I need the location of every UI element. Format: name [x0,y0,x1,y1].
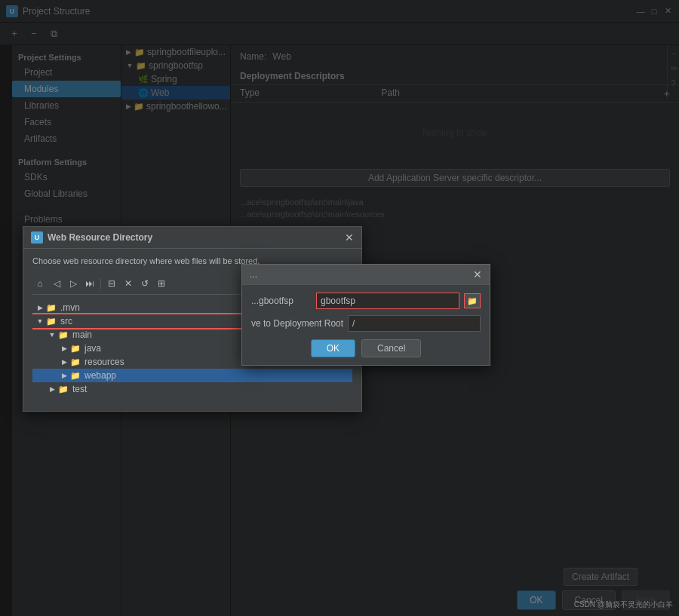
folder-browse-button[interactable]: 📁 [464,293,481,308]
tree-item-test[interactable]: ▶ 📁 test [32,382,352,396]
inner-dialog-title-text: ... [250,269,257,280]
tree-item-webapp[interactable]: ▶ 📁 webapp [32,369,352,382]
inner-relative-input[interactable] [348,315,481,332]
tree-label: java [84,343,101,354]
tree-label: resources [84,357,124,367]
inner-relative-row: ve to Deployment Root [251,315,481,332]
inner-dialog-close[interactable]: ✕ [473,268,482,280]
forward2-button[interactable]: ⏭ [82,276,97,291]
tree-label: main [72,329,92,340]
inner-cancel-button[interactable]: Cancel [361,339,421,357]
delete-button[interactable]: ✕ [121,276,136,291]
expand-icon: ▶ [60,371,69,380]
dialog-title-bar: U Web Resource Directory ✕ [23,227,361,249]
refresh-button[interactable]: ↺ [137,276,152,291]
csdn-watermark: CSDN @脑袋不灵光的小白羊 [574,599,673,610]
inner-path-input[interactable] [316,293,459,309]
dialog-icon: U [31,231,43,244]
expand-icon: ▼ [48,330,57,339]
expand-icon: ▶ [60,344,69,353]
inner-ok-button[interactable]: OK [311,339,355,357]
back-button[interactable]: ◁ [49,276,64,291]
tree-label: .mvn [60,302,80,313]
folder-icon: 📁 [58,385,69,394]
dialog-title: U Web Resource Directory [31,231,152,244]
folder-icon: 📁 [70,371,81,381]
main-window: U Project Structure — □ ✕ + − ⧉ Project … [0,0,679,616]
inner-dialog-body: ...gbootfsp 📁 ve to Deployment Root OK C… [242,285,490,365]
separator [100,278,101,289]
copy-button[interactable]: ⊞ [154,276,169,291]
home-button[interactable]: ⌂ [32,276,48,291]
folder-icon: 📁 [70,344,81,354]
inner-dialog-actions: OK Cancel [251,339,481,357]
folder-icon: 📁 [46,303,57,313]
expand-icon: ▶ [48,385,57,394]
tree-label: test [72,384,87,394]
inner-relative-label: ve to Deployment Root [251,318,343,329]
expand-icon: ▶ [35,303,45,312]
folder-icon: 📁 [46,317,57,326]
inner-path-label: ...gbootfsp [251,296,312,306]
inner-dialog-title: ... ✕ [242,265,490,285]
expand-icon: ▼ [35,317,45,326]
folder-icon: 📁 [70,357,81,367]
dialog-close-button[interactable]: ✕ [345,231,354,244]
forward-button[interactable]: ▷ [66,276,81,291]
folder-icon: 📁 [58,330,69,340]
inner-path-row: ...gbootfsp 📁 [251,293,481,309]
expand-icon: ▶ [60,357,69,366]
tree-label: src [60,316,72,326]
collapse-button[interactable]: ⊟ [104,276,119,291]
tree-label: webapp [84,370,116,381]
inner-dialog: ... ✕ ...gbootfsp 📁 ve to Deployment Roo… [241,264,490,366]
